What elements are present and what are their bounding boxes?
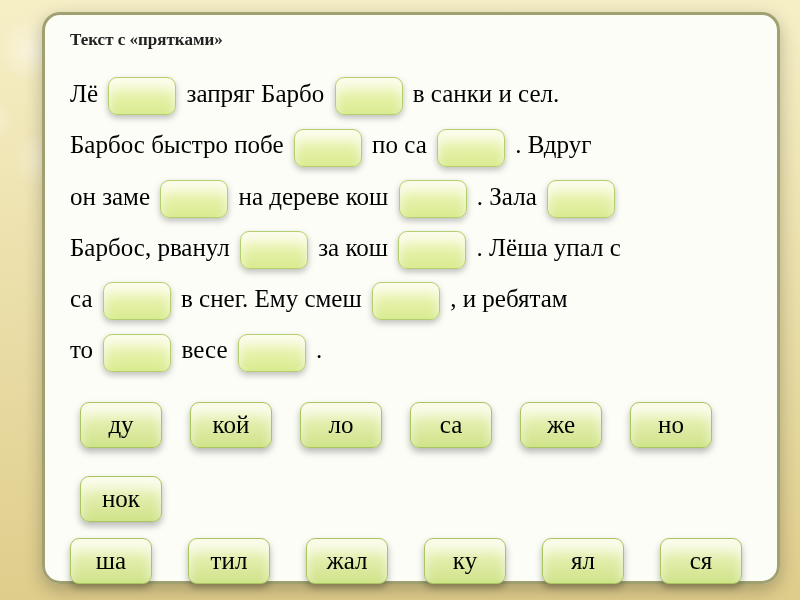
- blank-slot[interactable]: [437, 129, 505, 167]
- text-fragment: . Лёша упал с: [470, 234, 620, 261]
- page-title: Текст с «прятками»: [70, 30, 752, 50]
- syllable-chip[interactable]: ша: [70, 538, 152, 584]
- syllable-chip[interactable]: кой: [190, 402, 272, 448]
- blank-slot[interactable]: [335, 77, 403, 115]
- text-fragment: Барбос, рванул: [70, 234, 236, 261]
- text-fragment: .: [310, 336, 323, 363]
- syllable-chip[interactable]: жал: [306, 538, 388, 584]
- fill-text: Лё запряг Барбо в санки и сел.Барбос быс…: [70, 68, 752, 376]
- syllable-chip[interactable]: ло: [300, 402, 382, 448]
- syllable-chip[interactable]: ку: [424, 538, 506, 584]
- text-fragment: , и ребятам: [444, 285, 568, 312]
- text-fragment: он заме: [70, 183, 156, 210]
- text-line: Барбос, рванул за кош . Лёша упал с: [70, 222, 752, 273]
- syllable-chip[interactable]: ду: [80, 402, 162, 448]
- text-fragment: Лё: [70, 80, 104, 107]
- blank-slot[interactable]: [108, 77, 176, 115]
- text-fragment: запряг Барбо: [180, 80, 330, 107]
- syllable-chip[interactable]: ял: [542, 538, 624, 584]
- blank-slot[interactable]: [294, 129, 362, 167]
- blank-slot[interactable]: [399, 180, 467, 218]
- text-fragment: то: [70, 336, 99, 363]
- blank-slot[interactable]: [238, 334, 306, 372]
- syllable-chip[interactable]: ся: [660, 538, 742, 584]
- text-fragment: Барбос быстро побе: [70, 131, 290, 158]
- text-line: Лё запряг Барбо в санки и сел.: [70, 68, 752, 119]
- content-panel: Текст с «прятками» Лё запряг Барбо в сан…: [42, 12, 780, 584]
- blank-slot[interactable]: [103, 334, 171, 372]
- blank-slot[interactable]: [240, 231, 308, 269]
- syllable-chip[interactable]: тил: [188, 538, 270, 584]
- syllable-chip[interactable]: же: [520, 402, 602, 448]
- text-fragment: . Вдруг: [509, 131, 591, 158]
- chip-row-1: дукойлосаженонок: [70, 402, 752, 522]
- blank-slot[interactable]: [398, 231, 466, 269]
- syllable-chip[interactable]: но: [630, 402, 712, 448]
- blank-slot[interactable]: [547, 180, 615, 218]
- text-fragment: за кош: [312, 234, 394, 261]
- syllable-chip[interactable]: нок: [80, 476, 162, 522]
- blank-slot[interactable]: [160, 180, 228, 218]
- text-fragment: на дереве кош: [232, 183, 394, 210]
- text-fragment: по са: [366, 131, 433, 158]
- text-line: Барбос быстро побе по са . Вдруг: [70, 119, 752, 170]
- text-line: то весе .: [70, 324, 752, 375]
- text-fragment: в санки и сел.: [407, 80, 560, 107]
- blank-slot[interactable]: [103, 282, 171, 320]
- text-fragment: са: [70, 285, 99, 312]
- text-line: он заме на дереве кош . Зала: [70, 171, 752, 222]
- chip-row-2: шатилжалкуялся: [70, 538, 752, 584]
- text-fragment: . Зала: [471, 183, 543, 210]
- syllable-chip[interactable]: са: [410, 402, 492, 448]
- text-fragment: весе: [175, 336, 233, 363]
- text-line: са в снег. Ему смеш , и ребятам: [70, 273, 752, 324]
- blank-slot[interactable]: [372, 282, 440, 320]
- text-fragment: в снег. Ему смеш: [175, 285, 368, 312]
